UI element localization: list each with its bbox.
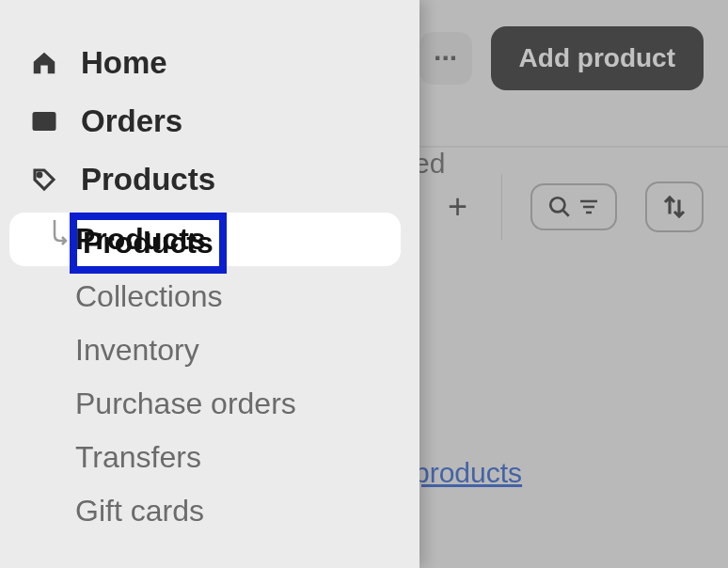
sidebar-subitem-gift-cards[interactable]: Gift cards: [0, 484, 419, 538]
sidebar-item-label: Orders: [81, 103, 182, 139]
sidebar-item-home[interactable]: Home: [0, 34, 419, 92]
sidebar-item-orders[interactable]: Orders: [0, 92, 419, 150]
products-submenu: Products Products Collections Inventory …: [0, 213, 419, 538]
sidebar-item-products[interactable]: Products: [0, 150, 419, 209]
svg-point-5: [38, 173, 41, 177]
sidebar-subitem-products[interactable]: Products Products: [9, 213, 401, 266]
sidebar-item-label: Products: [81, 162, 215, 197]
sidebar-subitem-collections[interactable]: Collections: [0, 270, 419, 323]
sidebar-subitem-purchase-orders[interactable]: Purchase orders: [0, 377, 419, 431]
inbox-icon: [28, 105, 60, 137]
sidebar-subitem-label: Inventory: [75, 333, 199, 368]
sidebar-nav: Home Orders Products Products Produ: [0, 0, 419, 568]
sidebar-subitem-label: Collections: [75, 279, 223, 314]
sidebar-item-label: Home: [81, 45, 167, 81]
sidebar-subitem-transfers[interactable]: Transfers: [0, 431, 419, 484]
submenu-arrow-icon: [49, 218, 71, 252]
sidebar-subitem-inventory[interactable]: Inventory: [0, 323, 419, 377]
sidebar-subitem-label: Transfers: [75, 440, 201, 475]
sidebar-subitem-label: Purchase orders: [75, 387, 296, 421]
sidebar-subitem-label: Products: [75, 222, 206, 257]
home-icon: [28, 47, 60, 79]
sidebar-subitem-label: Gift cards: [75, 494, 204, 529]
tag-icon: [28, 164, 60, 196]
